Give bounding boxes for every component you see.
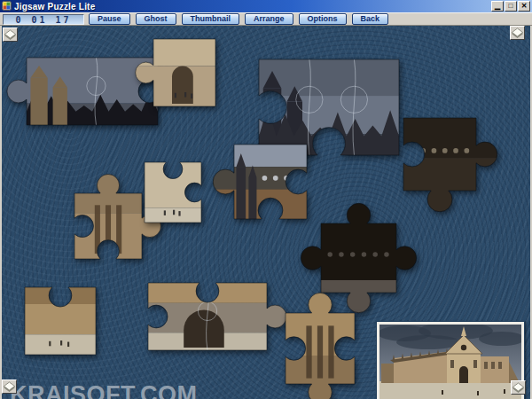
toolbar-button-back[interactable]: Back: [352, 13, 389, 25]
scroll-button-top-left[interactable]: [3, 27, 18, 42]
puzzle-piece-dark-gallery[interactable]: [382, 97, 497, 212]
window-frame-left: [0, 26, 2, 399]
titlebar[interactable]: Jigsaw Puzzle Lite ▁□✕: [0, 0, 532, 12]
close-button[interactable]: ✕: [518, 1, 530, 12]
minimize-button[interactable]: ▁: [491, 1, 504, 12]
scroll-button-bottom-left[interactable]: [2, 379, 17, 394]
toolbar-button-arrange[interactable]: Arrange: [245, 13, 293, 25]
window-title: Jigsaw Puzzle Lite: [14, 2, 489, 12]
toolbar-button-pause[interactable]: Pause: [89, 13, 130, 25]
toolbar: 0 01 17 PauseGhostThumbnailArrangeOption…: [0, 12, 532, 26]
puzzle-piece-gothic-facade[interactable]: [264, 292, 376, 399]
puzzle-piece-wall-plaza[interactable]: [4, 266, 117, 376]
timer-display: 0 01 17: [3, 14, 84, 25]
scroll-button-top-right[interactable]: [510, 26, 525, 40]
kraisoft-watermark: KRAISOFT.COM: [10, 381, 198, 399]
maximize-button[interactable]: □: [505, 1, 517, 12]
toolbar-button-options[interactable]: Options: [299, 13, 347, 25]
puzzle-workspace[interactable]: KRAISOFT.COM: [0, 26, 532, 399]
puzzle-piece-plaza-people[interactable]: [132, 18, 237, 128]
puzzle-thumbnail-preview[interactable]: [376, 321, 525, 399]
puzzle-piece-stone-wall[interactable]: [123, 141, 223, 244]
window-controls: ▁□✕: [491, 1, 530, 12]
scroll-button-bottom-right[interactable]: [511, 380, 526, 395]
